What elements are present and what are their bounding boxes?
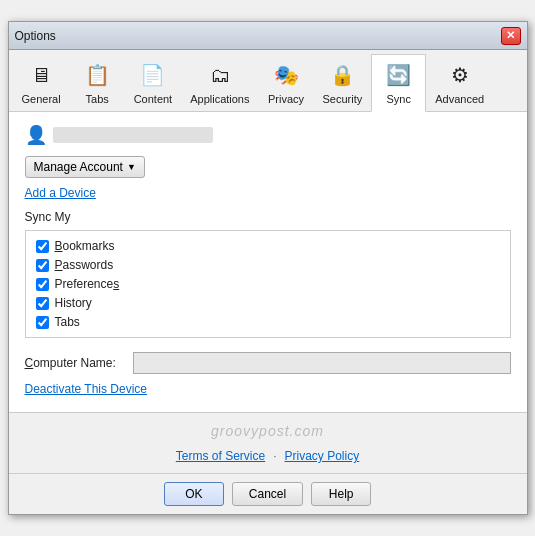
tab-security[interactable]: 🔒 Security <box>314 54 372 111</box>
bookmarks-checkbox[interactable] <box>36 240 49 253</box>
computer-name-row: Computer Name: <box>25 352 511 374</box>
tab-content-label: Content <box>134 93 173 105</box>
account-icon: 👤 <box>25 124 47 146</box>
tab-general-label: General <box>22 93 61 105</box>
dropdown-arrow-icon: ▼ <box>127 162 136 172</box>
tab-advanced-label: Advanced <box>435 93 484 105</box>
close-button[interactable]: ✕ <box>501 27 521 45</box>
checkbox-bookmarks-row: Bookmarks <box>36 239 500 253</box>
applications-icon: 🗂 <box>204 59 236 91</box>
footer: OK Cancel Help <box>9 473 527 514</box>
sync-icon: 🔄 <box>383 59 415 91</box>
privacy-icon: 🎭 <box>270 59 302 91</box>
tabs-sync-label: Tabs <box>55 315 80 329</box>
tab-general[interactable]: 🖥 General <box>13 54 70 111</box>
manage-account-button[interactable]: Manage Account ▼ <box>25 156 145 178</box>
checkbox-history-row: History <box>36 296 500 310</box>
tab-security-label: Security <box>323 93 363 105</box>
checkbox-preferences-row: Preferences <box>36 277 500 291</box>
computer-name-label: Computer Name: <box>25 356 125 370</box>
tab-sync[interactable]: 🔄 Sync <box>371 54 426 112</box>
tab-applications[interactable]: 🗂 Applications <box>181 54 258 111</box>
toolbar: 🖥 General 📋 Tabs 📄 Content 🗂 Application… <box>9 50 527 112</box>
tab-sync-label: Sync <box>387 93 411 105</box>
tab-privacy[interactable]: 🎭 Privacy <box>259 54 314 111</box>
footer-links-row: Terms of Service · Privacy Policy <box>9 445 527 473</box>
content-icon: 📄 <box>137 59 169 91</box>
title-bar: Options ✕ <box>9 22 527 50</box>
sync-content: 👤 Manage Account ▼ Add a Device Sync My … <box>9 112 527 413</box>
tab-applications-label: Applications <box>190 93 249 105</box>
tab-advanced[interactable]: ⚙ Advanced <box>426 54 493 111</box>
manage-account-label: Manage Account <box>34 160 123 174</box>
preferences-checkbox[interactable] <box>36 278 49 291</box>
deactivate-link[interactable]: Deactivate This Device <box>25 382 511 396</box>
computer-name-input[interactable] <box>133 352 511 374</box>
history-checkbox[interactable] <box>36 297 49 310</box>
privacy-link[interactable]: Privacy Policy <box>285 449 360 463</box>
bookmarks-label: Bookmarks <box>55 239 115 253</box>
security-icon: 🔒 <box>326 59 358 91</box>
advanced-icon: ⚙ <box>444 59 476 91</box>
ok-button[interactable]: OK <box>164 482 224 506</box>
tab-privacy-label: Privacy <box>268 93 304 105</box>
checkbox-tabs-row: Tabs <box>36 315 500 329</box>
passwords-checkbox[interactable] <box>36 259 49 272</box>
passwords-label: Passwords <box>55 258 114 272</box>
help-button[interactable]: Help <box>311 482 371 506</box>
watermark: groovypost.com <box>9 417 527 445</box>
tabs-sync-checkbox[interactable] <box>36 316 49 329</box>
add-device-link[interactable]: Add a Device <box>25 186 511 200</box>
tab-content[interactable]: 📄 Content <box>125 54 182 111</box>
general-icon: 🖥 <box>25 59 57 91</box>
account-row: 👤 <box>25 124 511 146</box>
links-separator: · <box>273 449 276 463</box>
tabs-icon: 📋 <box>81 59 113 91</box>
window-title: Options <box>15 29 56 43</box>
history-label: History <box>55 296 92 310</box>
cancel-button[interactable]: Cancel <box>232 482 303 506</box>
preferences-label: Preferences <box>55 277 120 291</box>
sync-options-box: Bookmarks Passwords Preferences History … <box>25 230 511 338</box>
tab-tabs[interactable]: 📋 Tabs <box>70 54 125 111</box>
tab-tabs-label: Tabs <box>86 93 109 105</box>
sync-my-label: Sync My <box>25 210 511 224</box>
options-window: Options ✕ 🖥 General 📋 Tabs 📄 Content 🗂 A… <box>8 21 528 515</box>
checkbox-passwords-row: Passwords <box>36 258 500 272</box>
account-email-bar <box>53 127 213 143</box>
terms-link[interactable]: Terms of Service <box>176 449 265 463</box>
